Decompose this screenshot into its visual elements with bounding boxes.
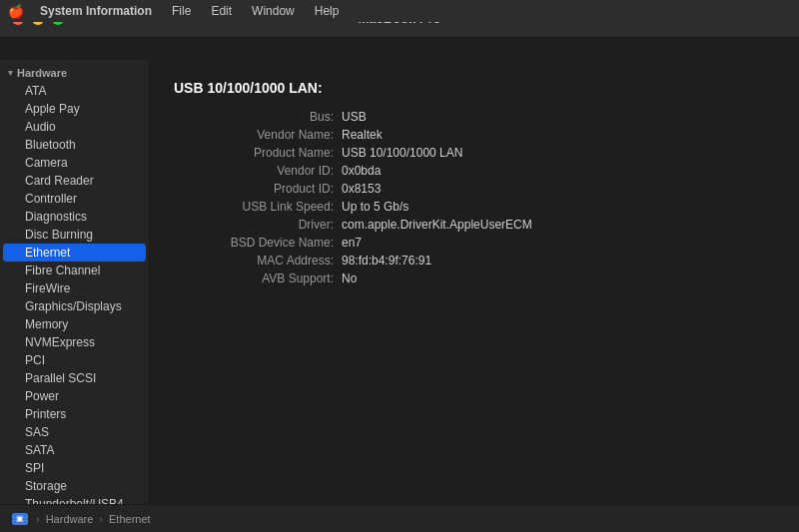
sidebar-item-nvmexpress[interactable]: NVMExpress — [3, 333, 146, 351]
breadcrumb-hw-icon: ▣ — [12, 513, 28, 525]
sidebar-item-spi[interactable]: SPI — [3, 459, 146, 477]
app-container: ▾ Hardware ATA Apple Pay Audio Bluetooth… — [0, 60, 799, 504]
sidebar-item-printers[interactable]: Printers — [3, 405, 146, 423]
info-label-3: Vendor ID: — [174, 164, 334, 178]
info-value-2: USB 10/100/1000 LAN — [342, 146, 775, 160]
menubar: 🍎 System Information File Edit Window He… — [0, 0, 799, 22]
sidebar-item-fibre-channel[interactable]: Fibre Channel — [3, 262, 146, 279]
sidebar-item-card-reader[interactable]: Card Reader — [3, 172, 146, 190]
sidebar-item-graphics-displays[interactable]: Graphics/Displays — [3, 297, 146, 315]
sidebar-item-memory[interactable]: Memory — [3, 315, 146, 333]
arrow-hardware-icon: ▾ — [8, 68, 13, 78]
sidebar-item-controller[interactable]: Controller — [3, 190, 146, 208]
menubar-app-name[interactable]: System Information — [32, 2, 160, 20]
info-value-6: com.apple.DriverKit.AppleUserECM — [342, 218, 775, 232]
sidebar-section-hardware-label: Hardware — [17, 67, 67, 79]
info-label-5: USB Link Speed: — [174, 200, 334, 214]
bottom-bar: ▣ › Hardware › Ethernet — [0, 504, 799, 532]
sidebar-item-storage[interactable]: Storage — [3, 477, 146, 495]
sidebar-item-diagnostics[interactable]: Diagnostics — [3, 208, 146, 226]
apple-icon[interactable]: 🍎 — [8, 4, 24, 19]
content-title: USB 10/100/1000 LAN: — [174, 80, 775, 96]
sidebar-item-parallel-scsi[interactable]: Parallel SCSI — [3, 369, 146, 387]
info-label-0: Bus: — [174, 110, 334, 124]
info-table: Bus: USB Vendor Name: Realtek Product Na… — [174, 110, 775, 285]
sidebar-item-bluetooth[interactable]: Bluetooth — [3, 136, 146, 154]
sidebar: ▾ Hardware ATA Apple Pay Audio Bluetooth… — [0, 60, 150, 504]
sidebar-item-audio[interactable]: Audio — [3, 118, 146, 136]
info-value-0: USB — [342, 110, 775, 124]
info-value-9: No — [342, 271, 775, 285]
info-label-9: AVB Support: — [174, 271, 334, 285]
info-value-4: 0x8153 — [342, 182, 775, 196]
sidebar-item-sata[interactable]: SATA — [3, 441, 146, 459]
sidebar-item-sas[interactable]: SAS — [3, 423, 146, 441]
menubar-window[interactable]: Window — [244, 2, 303, 20]
menubar-file[interactable]: File — [164, 2, 199, 20]
info-value-7: en7 — [342, 236, 775, 250]
sidebar-item-thunderbolt[interactable]: Thunderbolt/USB4 — [3, 495, 146, 504]
sidebar-item-disc-burning[interactable]: Disc Burning — [3, 226, 146, 244]
sidebar-section-hardware[interactable]: ▾ Hardware — [0, 64, 149, 82]
sidebar-item-firewire[interactable]: FireWire — [3, 279, 146, 297]
menubar-edit[interactable]: Edit — [203, 2, 240, 20]
info-label-7: BSD Device Name: — [174, 236, 334, 250]
menubar-help[interactable]: Help — [307, 2, 348, 20]
info-label-1: Vendor Name: — [174, 128, 334, 142]
sidebar-item-apple-pay[interactable]: Apple Pay — [3, 100, 146, 118]
sidebar-item-power[interactable]: Power — [3, 387, 146, 405]
sidebar-item-ethernet[interactable]: Ethernet — [3, 244, 146, 262]
sidebar-item-camera[interactable]: Camera — [3, 154, 146, 172]
sidebar-item-ata[interactable]: ATA — [3, 82, 146, 100]
info-label-6: Driver: — [174, 218, 334, 232]
breadcrumb-sep-1: › — [36, 513, 40, 525]
breadcrumb-ethernet[interactable]: Ethernet — [109, 513, 151, 525]
sidebar-item-pci[interactable]: PCI — [3, 351, 146, 369]
info-value-8: 98:fd:b4:9f:76:91 — [342, 254, 775, 267]
info-value-1: Realtek — [342, 128, 775, 142]
info-label-2: Product Name: — [174, 146, 334, 160]
info-label-4: Product ID: — [174, 182, 334, 196]
info-value-3: 0x0bda — [342, 164, 775, 178]
info-value-5: Up to 5 Gb/s — [342, 200, 775, 214]
breadcrumb-hardware[interactable]: Hardware — [46, 513, 94, 525]
info-label-8: MAC Address: — [174, 254, 334, 267]
main-content: USB 10/100/1000 LAN: Bus: USB Vendor Nam… — [150, 60, 799, 504]
breadcrumb-sep-2: › — [99, 513, 103, 525]
